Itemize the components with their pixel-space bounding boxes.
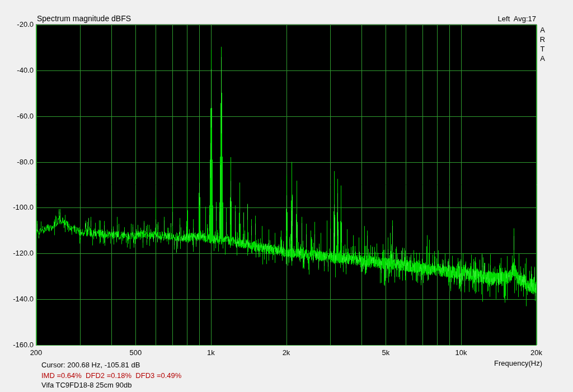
x-tick-label: 5k bbox=[369, 348, 402, 357]
y-tick-label: -140.0 bbox=[1, 295, 34, 304]
y-tick-label: -120.0 bbox=[1, 249, 34, 258]
x-tick-label: 20k bbox=[520, 348, 553, 357]
y-tick-label: -100.0 bbox=[1, 203, 34, 212]
x-axis-title: Frequency(Hz) bbox=[494, 359, 542, 368]
y-tick-label: -20.0 bbox=[1, 20, 34, 29]
device-label: Vifa TC9FD18-8 25cm 90db bbox=[41, 381, 131, 390]
y-tick-label: -80.0 bbox=[1, 158, 34, 167]
cursor-readout: Cursor: 200.68 Hz, -105.81 dB bbox=[41, 361, 140, 370]
x-tick-label: 200 bbox=[20, 348, 53, 357]
app-vertical-label: ARTA bbox=[538, 26, 547, 64]
y-tick-label: -60.0 bbox=[1, 112, 34, 121]
x-tick-label: 1k bbox=[194, 348, 228, 357]
x-tick-label: 10k bbox=[444, 348, 478, 357]
x-tick-label: 500 bbox=[119, 348, 152, 357]
arta-spectrum-window: Spectrum magnitude dBFS Left Avg:17 ARTA… bbox=[0, 0, 573, 392]
spectrum-plot-canvas[interactable] bbox=[0, 0, 573, 392]
distortion-readout: IMD =0.64% DFD2 =0.18% DFD3 =0.49% bbox=[41, 371, 181, 380]
channel-average-readout: Left Avg:17 bbox=[498, 15, 536, 23]
plot-title: Spectrum magnitude dBFS bbox=[37, 14, 131, 23]
y-tick-label: -40.0 bbox=[1, 66, 34, 75]
x-tick-label: 2k bbox=[270, 348, 303, 357]
